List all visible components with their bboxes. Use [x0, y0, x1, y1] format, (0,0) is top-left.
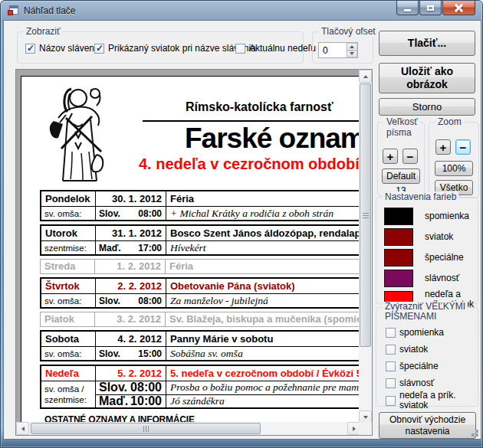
- checkbox-label: Názov slávenia: [39, 43, 101, 54]
- checkbox-label: slávnosť: [399, 378, 434, 388]
- spinner-up-button[interactable]: [347, 43, 357, 51]
- close-button[interactable]: [442, 1, 475, 15]
- checkbox-label: špeciálne: [399, 361, 439, 371]
- show-options-label: Zobraziť: [24, 26, 63, 37]
- day-name: Štvrtok: [41, 279, 95, 293]
- zoom-group: Zoom + − 100% Všetko: [429, 122, 479, 198]
- print-offset-label: Tlačový ofset: [319, 26, 378, 37]
- day-title: Obetovanie Pána (sviatok): [166, 279, 360, 293]
- vertical-scrollbar[interactable]: [359, 70, 372, 423]
- color-row-sviatok: sviatok: [384, 228, 453, 246]
- minimize-button[interactable]: [396, 1, 419, 15]
- checkbox-icon: [386, 378, 396, 388]
- zoom-100-button[interactable]: 100%: [435, 161, 473, 176]
- day-block-wednesday: Streda 1. 2. 2012 Féria: [40, 259, 360, 274]
- font-size-decrease-button[interactable]: −: [402, 149, 418, 164]
- scroll-left-button[interactable]: [16, 422, 29, 435]
- zoom-in-button[interactable]: +: [435, 139, 451, 155]
- color-swatch[interactable]: [384, 228, 413, 246]
- checkbox-celebration-name[interactable]: Názov slávenia: [25, 43, 101, 54]
- mass-time: 17:00: [138, 241, 162, 255]
- mass-label: szentmise:: [41, 241, 95, 255]
- print-offset-value[interactable]: 0: [319, 43, 346, 57]
- highlight-checkbox-spomienka[interactable]: spomienka: [386, 327, 444, 338]
- day-title: Panny Márie v sobotu: [166, 332, 360, 346]
- mass-lang: Slov.: [99, 347, 120, 361]
- checkbox-current-sunday[interactable]: Aktuálnu nedeľu: [235, 43, 316, 54]
- highlight-checkbox-slavnost[interactable]: slávnosť: [386, 378, 434, 388]
- highlight-checkbox-sviatok[interactable]: sviatok: [386, 344, 428, 355]
- print-offset-spinner[interactable]: 0: [318, 42, 358, 58]
- horizontal-scrollbar[interactable]: [16, 422, 360, 435]
- highlight-uppercase-label: Zvýrazniť VEĽKÝMI PÍSMENAMI: [383, 302, 468, 322]
- day-block-thursday: Štvrtok 2. 2. 2012 Obetovanie Pána (svia…: [40, 277, 360, 309]
- mass-intention: Za manželov - jubilejná: [166, 294, 360, 308]
- thumb-grip-icon: [363, 215, 369, 216]
- mass-label: sv. omša:: [41, 347, 95, 361]
- print-offset-group: Tlačový ofset 0: [312, 31, 373, 64]
- color-label: špeciálne: [425, 253, 464, 263]
- mass-lang: Maď.: [99, 241, 121, 255]
- color-swatch[interactable]: [384, 249, 413, 267]
- highlight-checkbox-nedela[interactable]: nedeľa a prík. sviatok: [386, 391, 462, 410]
- checkbox-icon: [386, 361, 396, 371]
- scrollbar-corner: [359, 422, 372, 435]
- spinner-down-button[interactable]: [347, 51, 357, 58]
- print-preview-window: Náhľad tlače Zobraziť Názov slávenia Pri…: [0, 0, 483, 448]
- day-name: Pondelok: [41, 191, 95, 206]
- day-block-saturday: Sobota 4. 2. 2012 Panny Márie v sobotu s…: [40, 330, 360, 361]
- checkbox-icon: [386, 328, 396, 338]
- window-title: Náhľad tlače: [24, 5, 76, 16]
- color-label: sviatok: [425, 232, 453, 242]
- save-as-image-button[interactable]: Uložiť ako obrázok: [379, 63, 475, 93]
- day-title: Bosco Szent János áldozópap, rendalapító: [166, 226, 360, 240]
- day-name: Piatok: [41, 312, 94, 326]
- print-button[interactable]: Tlačiť...: [379, 31, 475, 56]
- mass-time: 10:00: [130, 395, 162, 407]
- font-size-label: Veľkosť písma: [384, 116, 420, 138]
- mass-intention: Sobášna sv. omša: [166, 347, 360, 361]
- mass-time: 08:00: [138, 207, 162, 221]
- font-size-increase-button[interactable]: +: [383, 149, 398, 164]
- color-row-spomienka: spomienka: [384, 208, 469, 225]
- day-name: Streda: [41, 260, 94, 273]
- color-label: slávnosť: [425, 273, 459, 283]
- thumb-grip-icon: [146, 426, 146, 432]
- day-block-monday: Pondelok 30. 1. 2012 Féria sv. omša: Slo…: [40, 190, 360, 221]
- font-size-default-button[interactable]: Default: [382, 168, 420, 184]
- mass-intention: Jó szándékra: [166, 394, 360, 407]
- mass-lang: Slov.: [99, 207, 120, 221]
- color-swatch[interactable]: [384, 208, 413, 225]
- header-rule: [143, 120, 360, 122]
- reset-defaults-button[interactable]: Obnoviť východzie nastavenia: [379, 412, 476, 439]
- mass-time: 08:00: [138, 294, 162, 308]
- day-date: 5. 2. 2012: [95, 366, 166, 381]
- checkbox-label: spomienka: [399, 327, 444, 338]
- day-date: 31. 1. 2012: [95, 226, 166, 240]
- day-block-friday: Piatok 3. 2. 2012 Sv. Blažeja, biskupa a…: [40, 312, 360, 327]
- scroll-up-button[interactable]: [359, 70, 372, 83]
- horizontal-scroll-thumb[interactable]: [31, 423, 261, 434]
- mass-lang: Slov.: [99, 294, 120, 308]
- vertical-scroll-thumb[interactable]: [360, 83, 371, 347]
- checkbox-icon: [386, 345, 396, 355]
- day-title: Féria: [165, 260, 360, 273]
- document-page: Rímsko-katolícka farnosť Farské oznamy 4…: [21, 76, 360, 423]
- highlight-checkbox-specialne[interactable]: špeciálne: [386, 361, 439, 371]
- arrow-right-icon: [353, 427, 356, 431]
- day-name: Nedeľa: [41, 366, 95, 381]
- day-name: Utorok: [41, 226, 95, 240]
- maximize-button[interactable]: [419, 1, 442, 15]
- mass-label: sv. omša / szentmise:: [41, 381, 95, 407]
- arrow-down-icon: [350, 52, 354, 55]
- zoom-out-button[interactable]: −: [455, 139, 471, 155]
- mass-label: sv. omša:: [41, 207, 95, 221]
- checkbox-obligatory-feast[interactable]: Prikázaný sviatok pri názve slávenia: [94, 43, 256, 54]
- color-settings-label: Nastavenia farieb: [383, 191, 458, 202]
- cancel-button[interactable]: Storno: [379, 98, 475, 116]
- day-title: Féria: [166, 191, 360, 206]
- resize-grip[interactable]: [475, 433, 478, 437]
- mass-lang: Maď.: [99, 395, 128, 407]
- good-shepherd-logo: [43, 78, 110, 184]
- mass-intention: Hívekért: [166, 241, 360, 255]
